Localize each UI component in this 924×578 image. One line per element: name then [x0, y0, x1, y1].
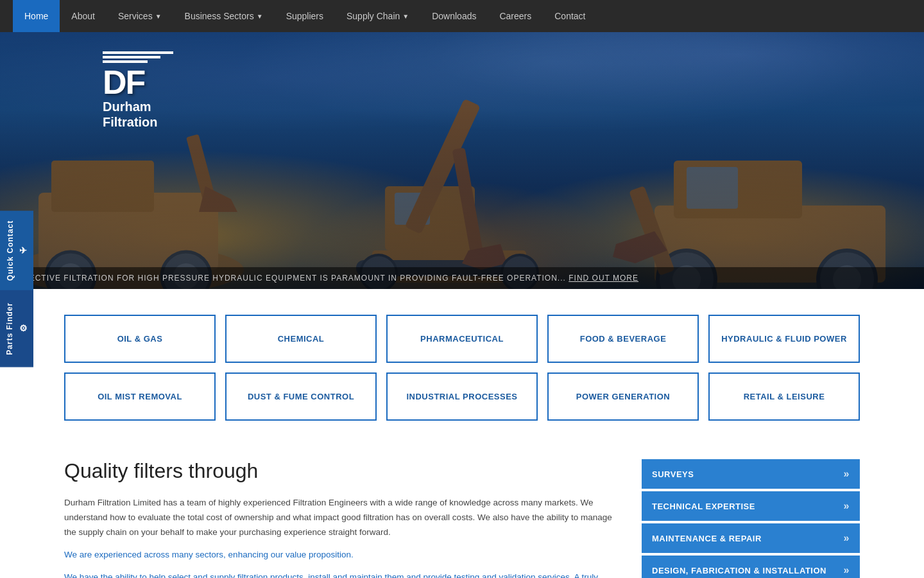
- nav-home[interactable]: Home: [13, 0, 60, 32]
- quality-para-1: Durham Filtration Limited has a team of …: [64, 496, 622, 540]
- sector-oil-gas[interactable]: OIL & GAS: [64, 315, 216, 363]
- quick-contact-icon: ✈: [20, 245, 28, 256]
- hero-caption: EFFECTIVE FILTRATION FOR HIGH PRESSURE H…: [0, 267, 924, 289]
- quality-heading: Quality filters through: [64, 459, 622, 483]
- business-sectors-dropdown-arrow: ▼: [257, 13, 263, 20]
- quality-section: Quality filters through Durham Filtratio…: [64, 459, 622, 578]
- sector-food-beverage[interactable]: FOOD & BEVERAGE: [547, 315, 699, 363]
- surveys-chevron-icon: »: [844, 468, 850, 480]
- nav-services[interactable]: Services ▼: [107, 0, 173, 32]
- hero-find-out-more-link[interactable]: FIND OUT MORE: [569, 274, 638, 283]
- sector-chemical[interactable]: CHEMICAL: [225, 315, 377, 363]
- sector-industrial-processes[interactable]: INDUSTRIAL PROCESSES: [386, 372, 538, 421]
- logo-lines-decoration: [103, 51, 173, 63]
- quick-contact-widget[interactable]: Quick Contact ✈: [0, 211, 33, 290]
- parts-finder-widget[interactable]: Parts Finder ⚙: [0, 290, 33, 367]
- nav-careers[interactable]: Careers: [488, 0, 543, 32]
- logo-line-2: [103, 56, 160, 58]
- quality-para-2: We are experienced across many sectors, …: [64, 548, 622, 563]
- logo-company-name: Durham Filtration: [103, 99, 173, 130]
- nav-suppliers[interactable]: Suppliers: [275, 0, 335, 32]
- sector-retail-leisure[interactable]: RETAIL & LEISURE: [708, 372, 860, 421]
- side-widgets: Quick Contact ✈ Parts Finder ⚙: [0, 211, 33, 367]
- design-fabrication-chevron-icon: »: [844, 565, 850, 576]
- logo-initials: DF: [103, 66, 173, 99]
- sector-pharmaceutical[interactable]: PHARMACEUTICAL: [386, 315, 538, 363]
- technical-expertise-chevron-icon: »: [844, 500, 850, 512]
- service-surveys-button[interactable]: SURVEYS »: [642, 459, 860, 489]
- sector-hydraulic-fluid-power[interactable]: HYDRAULIC & FLUID POWER: [708, 315, 860, 363]
- nav-about[interactable]: About: [60, 0, 107, 32]
- sector-grid: OIL & GAS CHEMICAL PHARMACEUTICAL FOOD &…: [0, 289, 924, 446]
- sector-power-generation[interactable]: POWER GENERATION: [547, 372, 699, 421]
- logo-line-3: [103, 60, 148, 63]
- quality-para-3: We have the ability to help select and s…: [64, 570, 622, 578]
- sector-oil-mist-removal[interactable]: OIL MIST REMOVAL: [64, 372, 216, 421]
- service-maintenance-repair-button[interactable]: MAINTENANCE & REPAIR »: [642, 523, 860, 553]
- main-nav: Home About Services ▼ Business Sectors ▼…: [0, 0, 924, 32]
- main-content: Quality filters through Durham Filtratio…: [0, 446, 924, 578]
- service-technical-expertise-button[interactable]: TECHNICAL EXPERTISE »: [642, 491, 860, 521]
- services-dropdown-arrow: ▼: [155, 13, 162, 20]
- supply-chain-dropdown-arrow: ▼: [402, 13, 409, 20]
- nav-contact[interactable]: Contact: [543, 0, 597, 32]
- hero-logo[interactable]: DF Durham Filtration: [103, 51, 173, 130]
- nav-downloads[interactable]: Downloads: [420, 0, 488, 32]
- maintenance-repair-chevron-icon: »: [844, 532, 850, 544]
- nav-supply-chain[interactable]: Supply Chain ▼: [335, 0, 420, 32]
- hero-banner: DF Durham Filtration EFFECTIVE FILTRATIO…: [0, 32, 924, 289]
- service-design-fabrication-button[interactable]: DESIGN, FABRICATION & INSTALLATION »: [642, 556, 860, 578]
- services-sidebar: SURVEYS » TECHNICAL EXPERTISE » MAINTENA…: [642, 459, 860, 578]
- parts-finder-icon: ⚙: [19, 324, 28, 334]
- nav-business-sectors[interactable]: Business Sectors ▼: [173, 0, 275, 32]
- logo-line-1: [103, 51, 173, 54]
- sector-dust-fume-control[interactable]: DUST & FUME CONTROL: [225, 372, 377, 421]
